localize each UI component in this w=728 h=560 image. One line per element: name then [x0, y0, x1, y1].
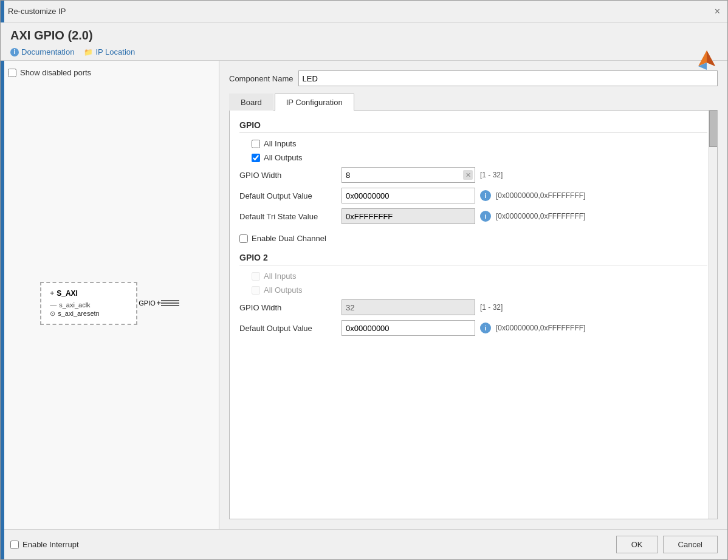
- gpio-width-input-container: ✕: [342, 167, 475, 183]
- component-schematic: + S_AXI — s_axi_aclk ⊙ s_axi_aresetn: [40, 282, 137, 325]
- gpio-section: GPIO All Inputs All Outputs GPIO Width: [239, 120, 707, 243]
- scrollbar-thumb[interactable]: [709, 111, 718, 147]
- right-panel: Component Name Board IP Configuration GP…: [219, 61, 727, 529]
- default-tri-state-row: Default Tri State Value i [0x00000000,0x…: [239, 208, 707, 224]
- port-s-axi-aclk: — s_axi_aclk: [50, 301, 128, 309]
- tab-content: GPIO All Inputs All Outputs GPIO Width: [229, 111, 718, 519]
- gpio2-width-row: GPIO Width [1 - 32]: [239, 299, 707, 315]
- header-section: AXI GPIO (2.0) i Documentation 📁 IP Loca…: [1, 22, 727, 61]
- component-name-text: Component Name: [229, 74, 294, 83]
- ip-location-link[interactable]: 📁 IP Location: [84, 47, 135, 56]
- show-disabled-label: Show disabled ports: [20, 68, 91, 77]
- gpio2-section-title: GPIO 2: [239, 253, 707, 265]
- app-logo: [696, 49, 718, 71]
- tab-ip-configuration[interactable]: IP Configuration: [275, 94, 354, 111]
- gpio2-default-output-row: Default Output Value i [0x00000000,0xFFF…: [239, 320, 707, 336]
- gpio2-all-outputs-label: All Outputs: [264, 285, 303, 295]
- gpio-connector: GPIO +: [139, 297, 179, 309]
- component-name-input[interactable]: [298, 70, 718, 86]
- title-bar: Re-customize IP ×: [1, 1, 727, 22]
- plus-gpio-icon: +: [157, 299, 161, 307]
- gpio2-default-output-input[interactable]: [342, 320, 475, 336]
- ok-button[interactable]: OK: [616, 536, 658, 553]
- default-output-label: Default Output Value: [239, 191, 337, 200]
- enable-interrupt-label: Enable Interrupt: [22, 540, 79, 549]
- gpio-width-input[interactable]: [342, 167, 475, 183]
- gpio-width-label: GPIO Width: [239, 171, 337, 180]
- plus-icon: +: [50, 289, 54, 298]
- gpio2-default-output-label: Default Output Value: [239, 324, 337, 333]
- cancel-button[interactable]: Cancel: [663, 536, 718, 553]
- bottom-buttons: OK Cancel: [616, 536, 718, 553]
- left-accent-bar: [1, 1, 4, 559]
- svg-marker-1: [707, 50, 715, 66]
- enable-interrupt-checkbox[interactable]: [10, 541, 19, 549]
- default-tri-state-range: [0x00000000,0xFFFFFFFF]: [496, 212, 585, 220]
- gpio-text: GPIO: [139, 299, 156, 307]
- gpio2-all-inputs-checkbox[interactable]: [252, 272, 260, 281]
- enable-interrupt-row: Enable Interrupt: [10, 540, 79, 549]
- gpio-width-row: GPIO Width ✕ [1 - 32]: [239, 167, 707, 183]
- gpio2-all-outputs-checkbox[interactable]: [252, 286, 260, 295]
- info-icon-small: i: [10, 48, 19, 56]
- show-disabled-row: Show disabled ports: [8, 68, 211, 77]
- gpio-lines: [161, 297, 179, 309]
- gpio2-width-range: [1 - 32]: [480, 303, 503, 312]
- all-outputs-label: All Outputs: [264, 153, 303, 162]
- all-inputs-label: All Inputs: [264, 139, 296, 148]
- gpio2-width-input[interactable]: [342, 299, 475, 315]
- gpio2-width-label: GPIO Width: [239, 303, 337, 312]
- scrollbar-track[interactable]: [709, 111, 717, 519]
- default-output-info-icon[interactable]: i: [480, 190, 491, 201]
- gpio-width-range: [1 - 32]: [480, 171, 503, 179]
- gpio2-default-output-info-icon[interactable]: i: [480, 323, 491, 333]
- close-button[interactable]: ×: [715, 7, 720, 16]
- gpio2-section: GPIO 2 All Inputs All Outputs GPIO Width…: [239, 253, 707, 336]
- default-tri-state-label: Default Tri State Value: [239, 212, 337, 221]
- enable-dual-channel-checkbox[interactable]: [239, 234, 248, 243]
- gpio2-all-outputs-row: All Outputs: [239, 285, 707, 295]
- default-output-range: [0x00000000,0xFFFFFFFF]: [496, 191, 585, 200]
- left-panel: Show disabled ports + S_AXI — s_axi_aclk: [1, 61, 219, 529]
- gpio2-all-inputs-label: All Inputs: [264, 271, 296, 281]
- nav-links: i Documentation 📁 IP Location: [10, 47, 718, 56]
- enable-dual-channel-row: Enable Dual Channel: [239, 234, 707, 243]
- gpio2-all-inputs-row: All Inputs: [239, 271, 707, 281]
- s-axi-label: S_AXI: [57, 289, 78, 298]
- default-output-row: Default Output Value i [0x00000000,0xFFF…: [239, 188, 707, 203]
- show-disabled-checkbox[interactable]: [8, 69, 16, 77]
- gpio-section-title: GPIO: [239, 120, 707, 133]
- default-tri-state-input[interactable]: [342, 208, 475, 224]
- all-inputs-row: All Inputs: [239, 139, 707, 148]
- gpio-width-clear-btn[interactable]: ✕: [463, 170, 473, 180]
- gpio2-default-output-range: [0x00000000,0xFFFFFFFF]: [496, 324, 585, 332]
- tabs-container: Board IP Configuration: [229, 94, 718, 111]
- component-name-row: Component Name: [229, 70, 718, 86]
- app-title: AXI GPIO (2.0): [10, 29, 718, 43]
- tab-board[interactable]: Board: [229, 94, 273, 111]
- documentation-link[interactable]: i Documentation: [10, 47, 74, 56]
- default-tri-state-info-icon[interactable]: i: [480, 211, 491, 222]
- all-outputs-checkbox[interactable]: [252, 154, 260, 162]
- component-ports: — s_axi_aclk ⊙ s_axi_aresetn: [50, 301, 128, 318]
- main-content: Show disabled ports + S_AXI — s_axi_aclk: [1, 61, 727, 529]
- bottom-bar: Enable Interrupt OK Cancel: [1, 529, 727, 559]
- all-inputs-checkbox[interactable]: [252, 140, 260, 148]
- port-s-axi-aresetn: ⊙ s_axi_aresetn: [50, 310, 128, 318]
- all-outputs-row: All Outputs: [239, 153, 707, 162]
- component-header: + S_AXI: [50, 289, 128, 298]
- default-output-input[interactable]: [342, 188, 475, 203]
- dialog-title: Re-customize IP: [8, 7, 66, 16]
- schematic-area: + S_AXI — s_axi_aclk ⊙ s_axi_aresetn: [8, 84, 211, 522]
- folder-icon: 📁: [84, 48, 93, 56]
- dialog-window: Re-customize IP × AXI GPIO (2.0) i Docum…: [0, 0, 728, 560]
- enable-dual-channel-label: Enable Dual Channel: [252, 234, 326, 243]
